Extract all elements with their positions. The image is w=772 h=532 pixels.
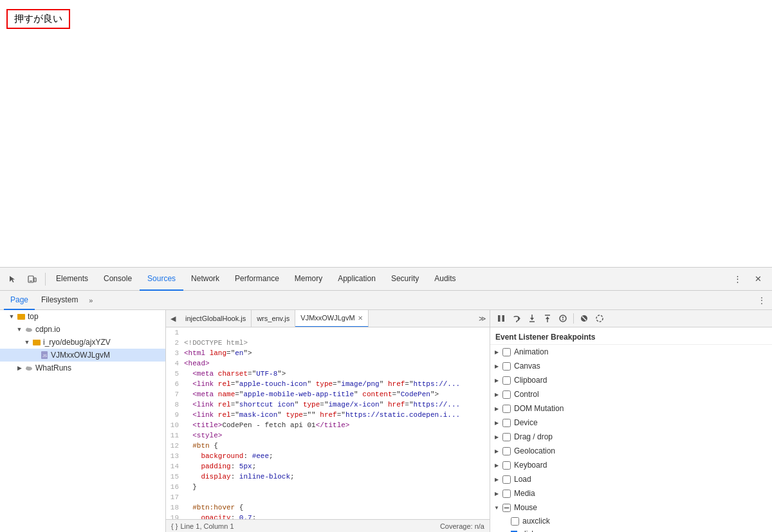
step-out-btn[interactable]	[540, 311, 555, 326]
section-checkbox[interactable]	[502, 433, 511, 441]
subtab-page[interactable]: Page	[4, 291, 35, 310]
line-content[interactable]: }	[184, 482, 490, 492]
section-header[interactable]: Control	[490, 387, 772, 401]
code-tab-VJMxxOWJLgvM[interactable]: VJMxxOWJLgvM✕	[295, 310, 368, 327]
deactivate-breakpoints-btn[interactable]	[577, 311, 591, 326]
line-content[interactable]: #btn {	[184, 441, 490, 451]
async-btn[interactable]	[593, 311, 607, 326]
line-number: 2	[166, 338, 184, 348]
section-header[interactable]: Media	[490, 486, 772, 500]
line-content[interactable]: display: inline-block;	[184, 472, 490, 482]
tree-label: top	[28, 312, 39, 321]
section-checkbox[interactable]	[502, 504, 511, 512]
new-file-icon[interactable]: ⋮	[755, 294, 768, 307]
page-area: 押すが良い	[0, 0, 772, 267]
section-checkbox[interactable]	[502, 419, 511, 427]
line-content[interactable]: <meta name="apple-mobile-web-app-title" …	[184, 389, 490, 399]
subtab-filesystem[interactable]: Filesystem	[35, 291, 84, 310]
section-header[interactable]: Mouse	[490, 500, 772, 515]
code-tab-injectGlobalHook.js[interactable]: injectGlobalHook.js	[180, 310, 252, 327]
subtab-more-btn[interactable]: »	[84, 294, 97, 307]
line-content[interactable]: background: #eee;	[184, 451, 490, 461]
line-content[interactable]: <!DOCTYPE html>	[184, 338, 490, 348]
section-checkbox[interactable]	[502, 348, 511, 356]
tab-network[interactable]: Network	[183, 268, 227, 291]
line-content[interactable]: <link rel="shortcut icon" type="image/x-…	[184, 399, 490, 410]
section-checkbox[interactable]	[502, 376, 511, 385]
line-number: 15	[166, 472, 184, 482]
section-header[interactable]: Device	[490, 416, 772, 430]
tab-console[interactable]: Console	[96, 268, 140, 291]
code-tab-more[interactable]: ≫	[475, 311, 490, 326]
tab-application[interactable]: Application	[330, 268, 383, 291]
tab-sources[interactable]: Sources	[140, 268, 183, 291]
line-content[interactable]: <html lang="en">	[184, 348, 490, 358]
step-over-btn[interactable]	[510, 311, 524, 326]
code-editor[interactable]: 12<!DOCTYPE html>3<html lang="en">4<head…	[166, 327, 490, 519]
section-header[interactable]: Load	[490, 472, 772, 486]
section-checkbox[interactable]	[502, 390, 511, 399]
line-content[interactable]: <head>	[184, 358, 490, 369]
section-header[interactable]: DOM Mutation	[490, 401, 772, 416]
tab-memory[interactable]: Memory	[287, 268, 330, 291]
section-checkbox[interactable]	[502, 447, 511, 455]
line-content[interactable]: <meta charset="UTF-8">	[184, 369, 490, 379]
section-arrow	[493, 348, 501, 356]
section-checkbox[interactable]	[502, 405, 511, 413]
line-content[interactable]: <link rel="apple-touch-icon" type="image…	[184, 379, 490, 389]
pause-btn[interactable]	[494, 311, 508, 326]
section-checkbox[interactable]	[502, 362, 511, 371]
more-options-icon[interactable]: ⋮	[728, 270, 746, 288]
svg-text:JS: JS	[42, 354, 47, 358]
mouse-sub-item-click[interactable]: click	[490, 527, 772, 532]
code-tab-close[interactable]: ✕	[358, 315, 363, 322]
line-number: 19	[166, 513, 184, 519]
second-bar: PageFilesystem » ⋮	[0, 291, 772, 310]
tree-item-i_ryo-debug-ajxYZV[interactable]: i_ryo/debug/ajxYZV	[0, 336, 165, 349]
line-content[interactable]: opacity: 0.7;	[184, 513, 490, 519]
section-checkbox[interactable]	[502, 461, 511, 470]
event-section-media: Media	[490, 486, 772, 500]
line-number: 13	[166, 451, 184, 461]
tab-audits[interactable]: Audits	[427, 268, 463, 291]
section-header[interactable]: Geolocation	[490, 444, 772, 458]
mouse-sub-item-auxclick[interactable]: auxclick	[490, 515, 772, 527]
tab-elements[interactable]: Elements	[48, 268, 96, 291]
tree-item-top[interactable]: top	[0, 310, 165, 323]
section-header[interactable]: Canvas	[490, 359, 772, 373]
step-btn[interactable]	[556, 311, 570, 326]
tree-item-WhatRuns[interactable]: WhatRuns	[0, 362, 165, 374]
tab-performance[interactable]: Performance	[227, 268, 287, 291]
code-tab-prev[interactable]: ◀	[166, 311, 180, 326]
svg-point-30	[596, 315, 603, 322]
tree-item-VJMxxOWJLgvM[interactable]: JSVJMxxOWJLgvM	[0, 349, 165, 362]
line-content[interactable]: <style>	[184, 430, 490, 441]
line-content[interactable]: padding: 5px;	[184, 461, 490, 472]
event-section-dom-mutation: DOM Mutation	[490, 401, 772, 416]
section-checkbox[interactable]	[502, 475, 511, 484]
item-checkbox[interactable]	[511, 517, 519, 526]
section-checkbox[interactable]	[502, 490, 511, 498]
section-header[interactable]: Animation	[490, 345, 772, 359]
line-content[interactable]: #btn:hover {	[184, 502, 490, 513]
tree-item-cdpn.io[interactable]: cdpn.io	[0, 323, 165, 336]
step-into-btn[interactable]	[525, 311, 539, 326]
section-header[interactable]: Clipboard	[490, 373, 772, 387]
code-line: 19 opacity: 0.7;	[166, 513, 490, 519]
line-content[interactable]: <title>CodePen - fetch api 01</title>	[184, 420, 490, 430]
section-header[interactable]: Drag / drop	[490, 430, 772, 444]
format-icon[interactable]: { }	[171, 522, 178, 530]
section-label: Geolocation	[514, 446, 555, 455]
close-devtools-icon[interactable]: ✕	[749, 270, 767, 288]
device-toolbar-icon[interactable]	[23, 270, 41, 288]
tab-security[interactable]: Security	[383, 268, 427, 291]
code-line: 18 #btn:hover {	[166, 502, 490, 513]
line-number: 11	[166, 430, 184, 441]
line-content[interactable]: <link rel="mask-icon" type="" href="http…	[184, 410, 490, 420]
section-header[interactable]: Keyboard	[490, 458, 772, 472]
jp-button[interactable]: 押すが良い	[6, 9, 70, 29]
code-tab-wrs_env.js[interactable]: wrs_env.js	[252, 310, 295, 327]
select-element-icon[interactable]	[4, 270, 22, 288]
section-label: Load	[514, 475, 531, 484]
section-arrow	[493, 475, 501, 483]
